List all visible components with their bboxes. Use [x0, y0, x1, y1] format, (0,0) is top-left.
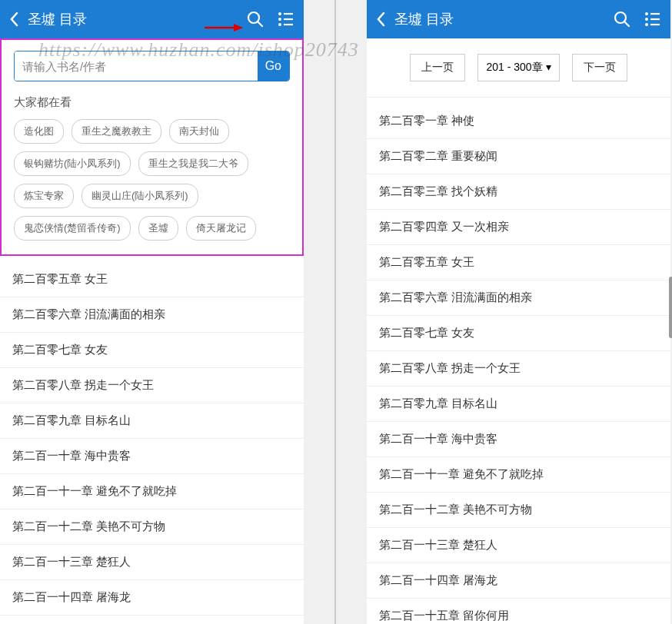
chapter-item[interactable]: 第二百一十一章 避免不了就吃掉 — [367, 457, 670, 493]
chapter-item[interactable]: 第二百零五章 女王 — [367, 245, 670, 280]
back-icon[interactable] — [9, 12, 18, 27]
page-title: 圣墟 目录 — [394, 10, 614, 28]
svg-point-16 — [645, 23, 648, 26]
chapter-list-left[interactable]: 第二百零五章 女王第二百零六章 泪流满面的相亲第二百零七章 女友第二百零八章 拐… — [0, 262, 304, 624]
chapter-range-label: 201 - 300章 — [486, 61, 542, 73]
header-actions — [614, 11, 661, 28]
recommend-tag[interactable]: 重生之魔教教主 — [72, 119, 161, 144]
recommend-title: 大家都在看 — [14, 95, 290, 110]
chapter-item[interactable]: 第二百零九章 目标名山 — [0, 403, 304, 439]
chapter-item[interactable]: 第二百零八章 拐走一个女王 — [0, 368, 304, 403]
chapter-item[interactable]: 第二百一十章 海中贵客 — [367, 422, 670, 457]
next-page-button[interactable]: 下一页 — [572, 54, 627, 81]
chevron-down-icon: ▾ — [546, 61, 551, 73]
divider — [334, 0, 336, 624]
svg-point-12 — [645, 12, 648, 15]
chapter-item[interactable]: 第二百一十四章 屠海龙 — [367, 563, 670, 599]
back-icon[interactable] — [376, 12, 385, 27]
search-row: Go — [14, 51, 290, 81]
chapter-item[interactable]: 第二百零五章 女王 — [0, 262, 304, 297]
left-panel: 圣墟 目录 Go 大家都在看 造化图重生之魔教教主南天封仙银钩赌坊(陆小凤系列)… — [0, 0, 304, 624]
recommend-tag[interactable]: 鬼恋侠情(楚留香传奇) — [14, 216, 131, 241]
recommend-tag[interactable]: 银钩赌坊(陆小凤系列) — [14, 151, 131, 176]
chapter-item[interactable]: 第二百一十五章 留你何用 — [367, 599, 670, 624]
chapter-item[interactable]: 第二百零七章 女友 — [367, 316, 670, 351]
header-right: 圣墟 目录 — [367, 0, 670, 38]
go-button[interactable]: Go — [258, 51, 289, 81]
chapter-item[interactable]: 第二百一十二章 美艳不可方物 — [367, 493, 670, 528]
right-panel: 圣墟 目录 上一页 201 - 300章 ▾ 下一页 第二百零一章 神使第二百零… — [367, 0, 670, 624]
recommend-tag[interactable]: 炼宝专家 — [14, 184, 74, 208]
chapter-item[interactable]: 第二百零六章 泪流满面的相亲 — [0, 297, 304, 333]
chapter-item[interactable]: 第二百一十二章 美艳不可方物 — [0, 509, 304, 545]
chapter-item[interactable]: 第二百零三章 找个妖精 — [367, 174, 670, 210]
search-icon[interactable] — [614, 11, 630, 28]
chapter-item[interactable]: 第二百零二章 重要秘闻 — [367, 139, 670, 174]
header-left: 圣墟 目录 — [0, 0, 304, 38]
recommend-tag[interactable]: 倚天屠龙记 — [186, 216, 256, 241]
chapter-item[interactable]: 第二百零九章 目标名山 — [367, 387, 670, 422]
recommend-tag[interactable]: 重生之我是我二大爷 — [138, 151, 248, 176]
chapter-item[interactable]: 第二百零六章 泪流满面的相亲 — [367, 280, 670, 316]
svg-point-6 — [278, 23, 281, 26]
svg-point-14 — [645, 18, 648, 21]
search-input[interactable] — [15, 51, 258, 81]
chapter-item[interactable]: 第二百一十章 海中贵客 — [0, 439, 304, 474]
svg-point-4 — [278, 18, 281, 21]
chapter-item[interactable]: 第二百零一章 神使 — [367, 104, 670, 139]
search-icon[interactable] — [247, 11, 264, 28]
chapter-range-select[interactable]: 201 - 300章 ▾ — [477, 54, 559, 81]
svg-line-11 — [624, 22, 629, 26]
prev-page-button[interactable]: 上一页 — [410, 54, 465, 81]
header-actions — [247, 11, 294, 28]
chapter-item[interactable]: 第二百零七章 女友 — [0, 333, 304, 368]
recommend-tag[interactable]: 幽灵山庄(陆小凤系列) — [82, 184, 198, 208]
recommend-tag[interactable]: 圣墟 — [138, 216, 178, 241]
search-panel: Go 大家都在看 造化图重生之魔教教主南天封仙银钩赌坊(陆小凤系列)重生之我是我… — [0, 38, 304, 256]
tag-list: 造化图重生之魔教教主南天封仙银钩赌坊(陆小凤系列)重生之我是我二大爷炼宝专家幽灵… — [14, 119, 290, 241]
pagination-nav: 上一页 201 - 300章 ▾ 下一页 — [367, 38, 670, 98]
chapter-item[interactable]: 第二百一十五章 留你何用 — [0, 616, 304, 624]
svg-line-1 — [258, 22, 262, 26]
chapter-list-right[interactable]: 第二百零一章 神使第二百零二章 重要秘闻第二百零三章 找个妖精第二百零四章 又一… — [367, 104, 670, 624]
list-icon[interactable] — [278, 12, 294, 27]
chapter-item[interactable]: 第二百一十一章 避免不了就吃掉 — [0, 474, 304, 509]
list-icon[interactable] — [644, 12, 661, 27]
svg-point-2 — [278, 12, 281, 15]
chapter-item[interactable]: 第二百一十三章 楚狂人 — [367, 528, 670, 563]
recommend-tag[interactable]: 造化图 — [14, 119, 64, 144]
scrollbar-thumb[interactable] — [669, 277, 672, 338]
recommend-tag[interactable]: 南天封仙 — [169, 119, 229, 144]
page-title: 圣墟 目录 — [28, 10, 247, 28]
chapter-item[interactable]: 第二百零八章 拐走一个女王 — [367, 351, 670, 387]
chapter-item[interactable]: 第二百一十三章 楚狂人 — [0, 545, 304, 580]
chapter-item[interactable]: 第二百一十四章 屠海龙 — [0, 580, 304, 616]
chapter-item[interactable]: 第二百零四章 又一次相亲 — [367, 210, 670, 245]
